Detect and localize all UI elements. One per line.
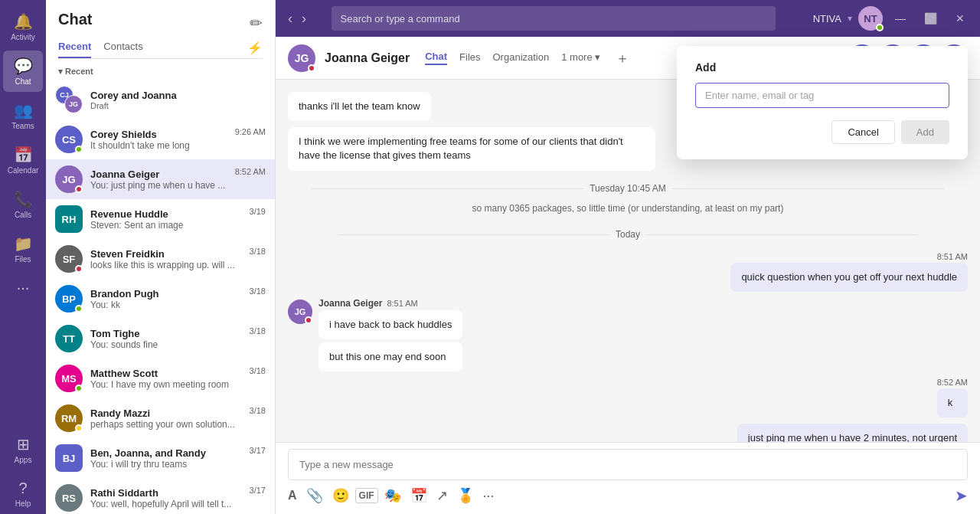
cancel-button[interactable]: Cancel	[831, 120, 894, 144]
loop-button[interactable]: ↗	[433, 484, 451, 507]
list-item[interactable]: SF Steven Freidkin looks like this is wr…	[46, 239, 275, 279]
nav-item-help-label: Help	[15, 499, 31, 508]
compose-button[interactable]: ✏	[250, 14, 263, 32]
chat-sub: Draft	[90, 101, 266, 110]
input-area: A 📎 🙂 GIF 🎭 📅 ↗ 🏅 ··· ➤	[276, 442, 980, 514]
chat-time: 3/17	[250, 484, 266, 495]
chat-name: Steven Freidkin	[90, 248, 242, 260]
user-avatar[interactable]: NT	[858, 6, 883, 31]
avatar: RM	[55, 404, 83, 432]
list-item[interactable]: CJ JG Corey and Joanna Draft	[46, 80, 275, 119]
status-dot-online	[75, 385, 83, 392]
header-tab-files[interactable]: Files	[459, 51, 480, 64]
chat-name: Revenue Huddle	[90, 208, 242, 220]
date-sub: so many 0365 packages, so little time (o…	[288, 203, 968, 214]
recent-label: ▾ Recent	[46, 59, 275, 80]
nav-item-files-label: Files	[15, 255, 31, 264]
more-tools-button[interactable]: ···	[480, 485, 498, 507]
list-item[interactable]: MS Matthew Scott You: I have my own meet…	[46, 358, 275, 398]
list-item[interactable]: TT Tom Tighe You: sounds fine 3/18	[46, 319, 275, 358]
avatar: SF	[55, 245, 83, 273]
chat-info: Tom Tighe You: sounds fine	[90, 328, 242, 350]
chat-time: 3/18	[250, 404, 266, 415]
message-bubble: i have back to back huddles	[318, 310, 462, 339]
sender-name: Joanna Geiger	[318, 298, 382, 309]
header-tab-chat[interactable]: Chat	[425, 51, 447, 65]
user-name[interactable]: NTIVA	[813, 13, 841, 25]
status-dot-online	[876, 24, 884, 31]
message-bubble: I think we were implementing free teams …	[288, 127, 655, 170]
nav-item-teams[interactable]: 👥 Teams	[3, 95, 43, 136]
list-item[interactable]: CS Corey Shields It shouldn't take me lo…	[46, 119, 275, 159]
nav-item-activity[interactable]: 🔔 Activity	[3, 6, 43, 47]
add-modal: Add Cancel Add	[677, 46, 968, 159]
nav-item-apps[interactable]: ⊞ Apps	[3, 429, 43, 470]
avatar: CS	[55, 126, 83, 153]
chat-name: Tom Tighe	[90, 328, 242, 339]
praise-button[interactable]: 🏅	[454, 484, 477, 507]
nav-item-chat[interactable]: 💬 Chat	[3, 51, 43, 92]
list-item[interactable]: RM Randy Mazzi perhaps setting your own …	[46, 398, 275, 438]
message-bubble: thanks i'll let the team know	[288, 92, 431, 121]
nav-item-activity-label: Activity	[11, 33, 35, 41]
chat-tabs-row: Recent Contacts ⚡	[58, 41, 263, 59]
header-tab-more[interactable]: 1 more ▾	[561, 51, 600, 64]
modal-input[interactable]	[695, 83, 949, 108]
chat-name: Joanna Geiger	[90, 169, 227, 180]
modal-title: Add	[695, 61, 949, 74]
nav-item-more-dots[interactable]: ···	[3, 273, 43, 303]
message-bubble: but this one may end soon	[318, 342, 462, 372]
minimize-button[interactable]: —	[889, 9, 912, 28]
nav-item-chat-label: Chat	[15, 77, 31, 86]
chat-time: 3/18	[250, 245, 266, 256]
emoji-button[interactable]: 🙂	[329, 484, 352, 507]
chat-time: 9:26 AM	[235, 126, 266, 136]
close-button[interactable]: ✕	[949, 9, 971, 28]
chat-name: Matthew Scott	[90, 368, 242, 379]
nav-arrows: ‹ ›	[285, 8, 309, 30]
chat-info: Corey and Joanna Draft	[90, 90, 266, 110]
message-time: 8:51 AM	[730, 252, 968, 261]
back-button[interactable]: ‹	[285, 8, 296, 30]
list-item[interactable]: RH Revenue Huddle Steven: Sent an image …	[46, 199, 275, 239]
message-input[interactable]	[289, 450, 967, 480]
gif-button[interactable]: GIF	[355, 488, 378, 503]
maximize-button[interactable]: ⬜	[918, 9, 943, 28]
list-item[interactable]: RS Rathi Siddarth You: well, hopefully A…	[46, 478, 275, 514]
chat-name: Corey Shields	[90, 129, 227, 140]
header-tab-organization[interactable]: Organization	[493, 51, 550, 64]
nav-item-help[interactable]: ? Help	[3, 473, 43, 514]
nav-item-calls[interactable]: 📞 Calls	[3, 184, 43, 225]
search-bar[interactable]: Search or type a command	[332, 6, 776, 31]
status-dot-online	[75, 146, 83, 153]
list-item[interactable]: BJ Ben, Joanna, and Randy You: i will tr…	[46, 438, 275, 478]
add-tab-button[interactable]: ＋	[616, 49, 629, 67]
chat-preview: Steven: Sent an image	[90, 220, 242, 231]
sticker-button[interactable]: 🎭	[381, 484, 404, 507]
format-button[interactable]: A	[285, 486, 300, 506]
filter-icon[interactable]: ⚡	[247, 41, 263, 58]
chat-name: Randy Mazzi	[90, 408, 242, 419]
files-icon: 📁	[14, 234, 33, 253]
nav-item-files[interactable]: 📁 Files	[3, 228, 43, 270]
tab-contacts[interactable]: Contacts	[103, 41, 142, 58]
chat-info: Matthew Scott You: I have my own meeting…	[90, 368, 242, 390]
chat-preview: looks like this is wrapping up. will ...	[90, 260, 242, 270]
schedule-button[interactable]: 📅	[407, 484, 430, 507]
attach-button[interactable]: 📎	[303, 484, 326, 507]
chat-list: CJ JG Corey and Joanna Draft CS Corey Sh…	[46, 80, 275, 514]
list-item[interactable]: JG Joanna Geiger You: just ping me when …	[46, 159, 275, 199]
chat-name: Ben, Joanna, and Randy	[90, 447, 242, 459]
calls-icon: 📞	[14, 190, 33, 208]
nav-item-apps-label: Apps	[15, 456, 32, 464]
forward-button[interactable]: ›	[299, 8, 309, 30]
nav-item-calendar[interactable]: 📅 Calendar	[3, 139, 43, 181]
add-button[interactable]: Add	[901, 120, 949, 144]
list-item[interactable]: BP Brandon Pugh You: kk 3/18	[46, 279, 275, 319]
status-dot-away	[75, 424, 83, 432]
chat-name: Corey and Joanna	[90, 90, 266, 101]
message-input-box	[288, 449, 968, 480]
tab-recent[interactable]: Recent	[58, 41, 91, 58]
send-button[interactable]: ➤	[952, 483, 971, 508]
chat-preview: You: well, hopefully April will tell t..…	[90, 499, 242, 509]
